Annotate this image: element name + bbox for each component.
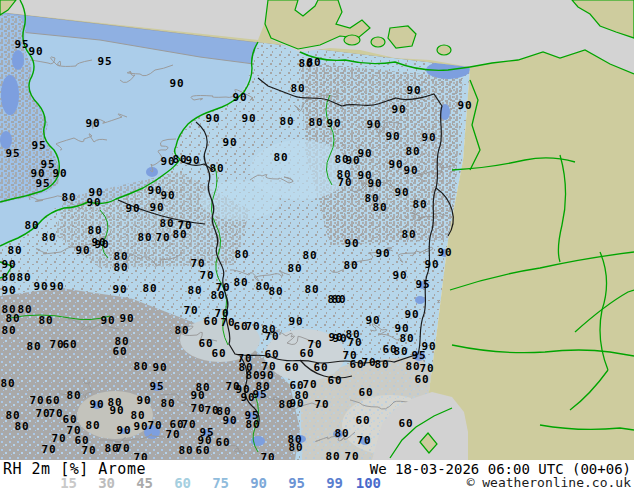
humidity-label: 70 [260, 451, 275, 460]
humidity-label: 60 [327, 374, 342, 387]
humidity-label: 90 [1, 284, 16, 297]
humidity-label: 90 [388, 158, 403, 171]
scale-value-99: 99 [311, 475, 343, 490]
humidity-label: 80 [343, 259, 358, 272]
humidity-label: 70 [115, 442, 130, 455]
humidity-label: 60 [203, 315, 218, 328]
humidity-label: 70 [48, 407, 63, 420]
humidity-label: 60 [211, 347, 226, 360]
humidity-label: 90 [222, 414, 237, 427]
humidity-label: 80 [210, 289, 225, 302]
humidity-label: 95 [415, 278, 430, 291]
humidity-label: 60 [398, 417, 413, 430]
weather-map-window: 9590959090909090909080808080809595959090… [0, 0, 634, 490]
humidity-label: 80 [178, 444, 193, 457]
humidity-label: 80 [16, 271, 31, 284]
humidity-label: 70 [347, 336, 362, 349]
humidity-label: 80 [234, 248, 249, 261]
humidity-label: 90 [205, 112, 220, 125]
humidity-label: 70 [190, 402, 205, 415]
humidity-label: 90 [406, 84, 421, 97]
humidity-label: 90 [375, 247, 390, 260]
humidity-label: 90 [365, 314, 380, 327]
humidity-label: 80 [302, 249, 317, 262]
humidity-label: 80 [0, 377, 15, 390]
humidity-label: 95 [149, 380, 164, 393]
humidity-label: 90 [288, 315, 303, 328]
humidity-label: 90 [344, 237, 359, 250]
humidity-label: 80 [61, 191, 76, 204]
humidity-label: 95 [5, 147, 20, 160]
humidity-label: 60 [45, 394, 60, 407]
humidity-label: 80 [279, 115, 294, 128]
humidity-label: 90 [437, 246, 452, 259]
copyright: © weatheronline.co.uk [467, 475, 631, 490]
humidity-label: 80 [142, 282, 157, 295]
humidity-label: 70 [181, 418, 196, 431]
humidity-label: 60 [355, 414, 370, 427]
humidity-label: 70 [29, 394, 44, 407]
humidity-label: 60 [112, 345, 127, 358]
humidity-label: 90 [421, 340, 436, 353]
humidity-label: 90 [112, 283, 127, 296]
humidity-label: 90 [391, 103, 406, 116]
humidity-label: 70 [344, 450, 359, 460]
humidity-label: 80 [113, 261, 128, 274]
humidity-label: 95 [14, 38, 29, 51]
humidity-label: 90 [332, 332, 347, 345]
weather-map: 9590959090909090909080808080809595959090… [0, 0, 634, 460]
humidity-label: 80 [137, 231, 152, 244]
humidity-label: 60 [284, 361, 299, 374]
scale-value-30: 30 [83, 475, 115, 490]
scale-value-75: 75 [197, 475, 229, 490]
humidity-label: 95 [31, 139, 46, 152]
humidity-label: 80 [26, 340, 41, 353]
humidity-label: 80 [405, 145, 420, 158]
humidity-label: 70 [81, 444, 96, 457]
humidity-label: 90 [421, 131, 436, 144]
humidity-label: 80 [306, 56, 321, 69]
scale-value-15: 15 [45, 475, 77, 490]
humidity-label: 90 [169, 77, 184, 90]
humidity-label: 70 [264, 330, 279, 343]
humidity-label: 90 [403, 164, 418, 177]
humidity-label: 95 [35, 177, 50, 190]
scale-value-60: 60 [159, 475, 191, 490]
humidity-label: 80 [393, 345, 408, 358]
humidity-label: 90 [152, 361, 167, 374]
humidity-label: 80 [273, 151, 288, 164]
humidity-label: 90 [385, 130, 400, 143]
humidity-label: 90 [1, 258, 16, 271]
humidity-label: 80 [290, 82, 305, 95]
humidity-label: 80 [85, 419, 100, 432]
humidity-label: 80 [41, 231, 56, 244]
humidity-label: 90 [240, 391, 255, 404]
humidity-label: 80 [334, 427, 349, 440]
humidity-label: 80 [308, 116, 323, 129]
humidity-label: 60 [215, 436, 230, 449]
humidity-label: 90 [49, 280, 64, 293]
humidity-label: 80 [374, 358, 389, 371]
status-bar: RH 2m [%] Arome We 18-03-2026 06:00 UTC … [0, 460, 634, 490]
humidity-label: 80 [268, 285, 283, 298]
humidity-label: 90 [133, 420, 148, 433]
humidity-label: 80 [233, 276, 248, 289]
humidity-label: 90 [190, 389, 205, 402]
humidity-label: 90 [109, 404, 124, 417]
humidity-label: 80 [209, 162, 224, 175]
humidity-label: 90 [232, 91, 247, 104]
humidity-label: 60 [62, 338, 77, 351]
humidity-label: 90 [149, 201, 164, 214]
humidity-label: 70 [337, 176, 352, 189]
humidity-label: 90 [75, 244, 90, 257]
humidity-label: 90 [424, 258, 439, 271]
humidity-label: 60 [358, 386, 373, 399]
humidity-label: 80 [172, 153, 187, 166]
humidity-label: 80 [7, 244, 22, 257]
scale-value-100: 100 [349, 475, 381, 490]
humidity-label: 90 [222, 136, 237, 149]
humidity-label: 70 [147, 419, 162, 432]
scale-value-95: 95 [273, 475, 305, 490]
humidity-label: 90 [100, 314, 115, 327]
humidity-label: 90 [86, 196, 101, 209]
